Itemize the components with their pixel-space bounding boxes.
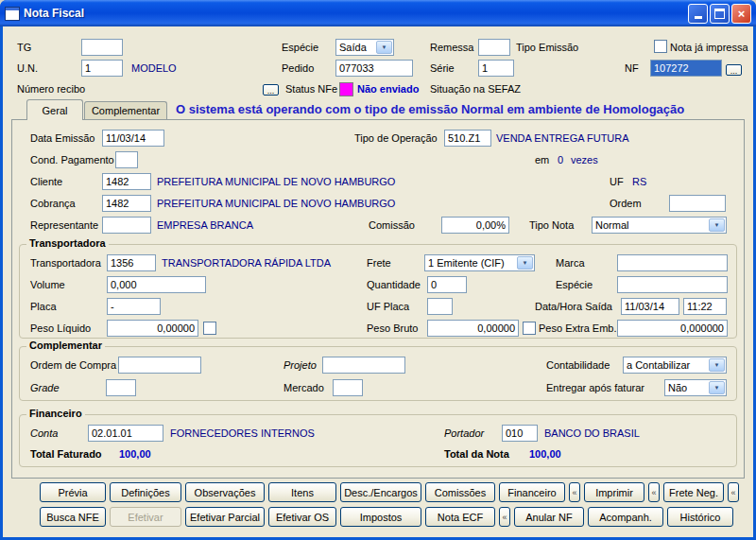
transportadora-group-title: Transportadora xyxy=(26,237,109,250)
peso-liquido-input[interactable]: 0,00000 xyxy=(107,320,198,337)
un-input[interactable]: 1 xyxy=(81,60,123,77)
cliente-desc: PREFEITURA MUNICIPAL DE NOVO HAMBURGO xyxy=(157,176,395,188)
financeiro-button[interactable]: Financeiro xyxy=(499,482,565,502)
tipo-emissao-label: Tipo Emissão xyxy=(516,42,578,54)
close-button[interactable]: × xyxy=(731,4,751,24)
especie-label: Espécie xyxy=(282,42,318,54)
volume-label: Volume xyxy=(30,279,65,291)
uf-value: RS xyxy=(632,176,646,188)
title-bar[interactable]: Nota Fiscal × xyxy=(0,0,756,26)
tab-geral[interactable]: Geral xyxy=(26,99,83,120)
minimize-icon xyxy=(695,16,702,19)
especie-select[interactable]: Saída ▼ xyxy=(335,39,394,56)
nota-ecf-button[interactable]: Nota ECF xyxy=(425,507,495,527)
nota-ja-impressa-checkbox[interactable] xyxy=(654,40,667,53)
busca-nfe-button[interactable]: Busca NFE xyxy=(40,507,106,527)
complementar-group-title: Complementar xyxy=(26,340,105,352)
tipo-operacao-input[interactable]: 510.Z1 xyxy=(444,130,491,147)
nota-ja-impressa-label: Nota já impressa xyxy=(670,42,748,54)
chevron-down-icon[interactable]: ▼ xyxy=(709,218,725,232)
peso-bruto-input[interactable]: 0,00000 xyxy=(427,320,519,337)
uf-placa-input[interactable] xyxy=(427,298,453,315)
total-faturado-value: 100,00 xyxy=(119,448,151,461)
numero-recibo-label: Número recibo xyxy=(17,83,85,96)
comissoes-button[interactable]: Comissões xyxy=(425,482,495,502)
transportadora-label: Transportadora xyxy=(30,257,101,270)
previa-button[interactable]: Prévia xyxy=(40,482,106,502)
observacoes-button[interactable]: Observações xyxy=(185,482,265,502)
quantidade-input[interactable]: 0 xyxy=(427,276,467,293)
cond-pagamento-input[interactable] xyxy=(115,151,138,168)
serie-input[interactable]: 1 xyxy=(478,60,514,77)
window-title: Nota Fiscal xyxy=(24,7,84,20)
pedido-label: Pedido xyxy=(282,62,314,75)
chevron-down-icon[interactable]: ▼ xyxy=(517,256,533,270)
hora-saida-input[interactable]: 11:22 xyxy=(683,298,727,315)
peso-extra-label: Peso Extra Emb. xyxy=(539,322,617,335)
em-label: em xyxy=(535,154,549,166)
button-row-1: Prévia Definições Observações Itens Desc… xyxy=(40,482,739,502)
transportadora-input[interactable]: 1356 xyxy=(107,254,156,271)
portador-desc: BANCO DO BRASIL xyxy=(544,427,640,440)
conta-input[interactable]: 02.01.01 xyxy=(88,425,163,442)
impostos-button[interactable]: Impostos xyxy=(340,507,421,527)
itens-button[interactable]: Itens xyxy=(268,482,336,502)
remessa-label: Remessa xyxy=(430,42,473,54)
grade-input[interactable] xyxy=(106,379,136,396)
minimize-button[interactable] xyxy=(688,4,708,24)
comissao-label: Comissão xyxy=(369,219,415,232)
data-emissao-input[interactable]: 11/03/14 xyxy=(102,130,164,147)
representante-desc: EMPRESA BRANCA xyxy=(157,219,253,232)
ordem-input[interactable] xyxy=(669,195,726,212)
button-row-2: Busca NFE Efetivar Efetivar Parcial Efet… xyxy=(40,507,733,527)
maximize-button[interactable] xyxy=(710,4,730,24)
mercado-input[interactable] xyxy=(333,379,363,396)
efetivar-os-button[interactable]: Efetivar OS xyxy=(268,507,336,527)
anular-nf-button[interactable]: Anular NF xyxy=(514,507,584,527)
nf-input[interactable]: 107272 xyxy=(650,60,722,77)
chevron-down-icon[interactable]: ▼ xyxy=(709,381,725,394)
tipo-nota-select[interactable]: Normal ▼ xyxy=(592,217,727,234)
comissao-input[interactable]: 0,00% xyxy=(441,217,509,234)
collapse-button[interactable]: « xyxy=(499,507,510,527)
desc-encargos-button[interactable]: Desc./Encargos xyxy=(340,482,421,502)
chevron-down-icon[interactable]: ▼ xyxy=(376,41,392,54)
frete-select[interactable]: 1 Emitente (CIF) ▼ xyxy=(424,254,535,271)
projeto-input[interactable] xyxy=(322,357,405,374)
tg-input[interactable] xyxy=(81,39,123,56)
chevron-down-icon[interactable]: ▼ xyxy=(709,358,725,372)
entregar-apos-faturar-select[interactable]: Não ▼ xyxy=(664,379,727,396)
frete-neg-button[interactable]: Frete Neg. xyxy=(663,482,724,502)
acompanh-button[interactable]: Acompanh. xyxy=(588,507,663,527)
collapse-button[interactable]: « xyxy=(648,482,660,502)
peso-liquido-checkbox[interactable] xyxy=(203,322,216,335)
pedido-input[interactable]: 077033 xyxy=(335,60,413,77)
especie-emb-input[interactable] xyxy=(617,276,728,293)
peso-bruto-checkbox[interactable] xyxy=(523,322,536,335)
collapse-button[interactable]: « xyxy=(569,482,580,502)
remessa-input[interactable] xyxy=(478,39,510,56)
efetivar-parcial-button[interactable]: Efetivar Parcial xyxy=(185,507,265,527)
marca-input[interactable] xyxy=(617,254,728,271)
peso-extra-input[interactable]: 0,000000 xyxy=(617,320,728,337)
historico-button[interactable]: Histórico xyxy=(667,507,733,527)
collapse-button[interactable]: « xyxy=(728,482,739,502)
representante-input[interactable] xyxy=(102,217,151,234)
data-saida-input[interactable]: 11/03/14 xyxy=(621,298,679,315)
placa-input[interactable]: - xyxy=(107,298,161,315)
imprimir-button[interactable]: Imprimir xyxy=(584,482,644,502)
un-desc: MODELO xyxy=(131,62,177,75)
un-label: U.N. xyxy=(17,62,38,75)
contabilidade-select[interactable]: a Contabilizar ▼ xyxy=(623,357,727,374)
tab-complementar[interactable]: Complementar xyxy=(84,101,167,119)
cobranca-input[interactable]: 1482 xyxy=(102,195,151,212)
volume-input[interactable]: 0,000 xyxy=(107,276,206,293)
recibo-lookup-button[interactable]: ... xyxy=(263,84,279,96)
peso-bruto-label: Peso Bruto xyxy=(367,322,418,335)
data-hora-saida-label: Data/Hora Saída xyxy=(535,301,612,313)
portador-input[interactable]: 010 xyxy=(502,425,538,442)
definicoes-button[interactable]: Definições xyxy=(110,482,181,502)
nf-lookup-button[interactable]: ... xyxy=(726,64,742,76)
cliente-input[interactable]: 1482 xyxy=(102,173,151,190)
ordem-compra-input[interactable] xyxy=(118,357,201,374)
